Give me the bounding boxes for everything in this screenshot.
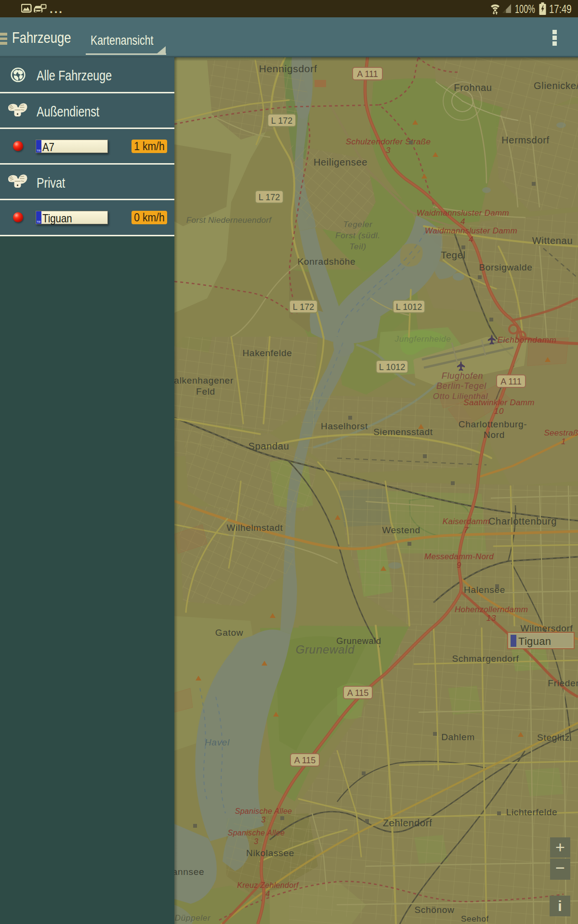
svg-text:Tegeler: Tegeler <box>343 220 373 229</box>
svg-text:Forst (südl.: Forst (südl. <box>335 231 380 240</box>
svg-text:Westend: Westend <box>382 525 420 535</box>
svg-text:Waidmannsluster Damm: Waidmannsluster Damm <box>417 208 509 218</box>
svg-text:Waidmannsluster Damm: Waidmannsluster Damm <box>425 226 517 235</box>
svg-text:10: 10 <box>494 407 504 416</box>
svg-text:L 1012: L 1012 <box>396 302 422 312</box>
svg-text:4: 4 <box>469 235 473 244</box>
svg-text:A 115: A 115 <box>294 756 316 765</box>
svg-text:13: 13 <box>486 614 496 623</box>
svg-text:Grunewald: Grunewald <box>296 643 355 656</box>
svg-text:4: 4 <box>460 217 465 226</box>
svg-text:L 172: L 172 <box>259 192 280 202</box>
svg-text:Schönow: Schönow <box>414 905 454 915</box>
svg-text:Teil): Teil) <box>350 242 367 251</box>
svg-text:Düppeler: Düppeler <box>175 913 211 923</box>
svg-text:Lichterfelde: Lichterfelde <box>506 807 558 817</box>
svg-text:Schmargendorf: Schmargendorf <box>452 654 519 664</box>
svg-text:Dahlem: Dahlem <box>441 732 475 742</box>
svg-text:Havel: Havel <box>205 737 230 747</box>
svg-text:Hermsdorf: Hermsdorf <box>501 135 550 145</box>
svg-text:Hennigsdorf: Hennigsdorf <box>259 63 317 74</box>
svg-text:Konradshöhe: Konradshöhe <box>298 257 356 267</box>
svg-text:Frieden: Frieden <box>548 678 578 688</box>
svg-text:L 172: L 172 <box>271 116 292 126</box>
svg-text:Siemensstadt: Siemensstadt <box>373 427 433 437</box>
svg-text:A 115: A 115 <box>347 688 369 698</box>
svg-text:Schulzendorfer Straße: Schulzendorfer Straße <box>346 137 431 146</box>
svg-text:Frohnau: Frohnau <box>454 82 492 93</box>
svg-text:Steglitz: Steglitz <box>537 732 570 743</box>
svg-text:Forst Niederneuendorf: Forst Niederneuendorf <box>186 216 272 225</box>
svg-text:Spandau: Spandau <box>249 441 289 451</box>
svg-text:Gatow: Gatow <box>215 628 243 638</box>
svg-text:Tiguan: Tiguan <box>518 635 551 647</box>
svg-text:Halensee: Halensee <box>464 585 505 595</box>
svg-text:Zehlendorf: Zehlendorf <box>383 818 433 828</box>
svg-text:Kreuz Zehlendorf: Kreuz Zehlendorf <box>237 881 299 889</box>
svg-text:Jungfernheide: Jungfernheide <box>394 334 451 344</box>
svg-text:Haselhorst: Haselhorst <box>321 421 368 431</box>
svg-text:Spanische Allee: Spanische Allee <box>235 807 292 815</box>
svg-text:Nikolassee: Nikolassee <box>246 848 294 858</box>
svg-text:9: 9 <box>457 561 461 570</box>
svg-text:7: 7 <box>464 526 469 535</box>
svg-text:Wilmersdorf: Wilmersdorf <box>520 623 573 633</box>
svg-text:Otto Lilienthal: Otto Lilienthal <box>433 392 488 401</box>
svg-text:3: 3 <box>386 146 391 155</box>
svg-text:Borsigwalde: Borsigwalde <box>479 262 532 272</box>
svg-text:Eichborndamm: Eichborndamm <box>498 335 557 345</box>
svg-text:Tegel: Tegel <box>441 250 465 260</box>
svg-text:Kaiserdamm: Kaiserdamm <box>443 517 490 526</box>
svg-text:Wilhelmstadt: Wilhelmstadt <box>226 523 283 533</box>
svg-text:Spanische Allee: Spanische Allee <box>228 829 285 837</box>
svg-text:Messedamm-Nord: Messedamm-Nord <box>424 552 494 561</box>
svg-text:Heiligensee: Heiligensee <box>314 157 368 167</box>
svg-text:Charlottenburg: Charlottenburg <box>488 516 557 526</box>
svg-text:Seehof: Seehof <box>461 914 489 924</box>
svg-text:Flughofen: Flughofen <box>442 371 483 381</box>
svg-text:3: 3 <box>261 816 266 824</box>
svg-text:Wannsee: Wannsee <box>174 867 204 877</box>
svg-text:3: 3 <box>254 837 259 846</box>
svg-text:Feld: Feld <box>196 386 215 397</box>
svg-text:Wittenau: Wittenau <box>532 235 573 246</box>
svg-text:Charlottenburg-: Charlottenburg- <box>459 419 527 429</box>
svg-text:Falkenhagener: Falkenhagener <box>174 375 234 385</box>
svg-text:Glienicke/N: Glienicke/N <box>534 80 578 91</box>
svg-text:Seestraße: Seestraße <box>544 428 578 437</box>
svg-text:4: 4 <box>265 890 270 898</box>
svg-text:A 111: A 111 <box>357 69 378 79</box>
svg-text:Nord: Nord <box>484 430 505 440</box>
svg-text:A 111: A 111 <box>500 377 521 386</box>
svg-text:Hakenfelde: Hakenfelde <box>242 348 292 358</box>
svg-text:Berlin-Tegel: Berlin-Tegel <box>436 381 486 391</box>
svg-text:L 172: L 172 <box>293 302 314 312</box>
svg-text:Hohenzollerndamm: Hohenzollerndamm <box>455 605 528 614</box>
svg-text:1: 1 <box>561 437 566 446</box>
svg-text:L 1012: L 1012 <box>379 362 405 372</box>
